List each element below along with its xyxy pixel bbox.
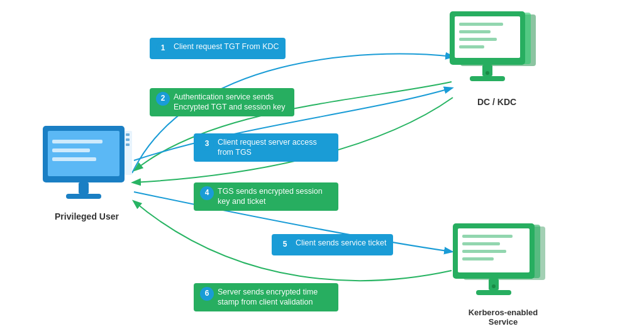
svg-rect-8: [126, 133, 130, 136]
svg-rect-27: [462, 242, 500, 245]
service-monitor-icon: [450, 223, 557, 305]
client-label: Privileged User: [55, 211, 119, 221]
step-4-box: 4 TGS sends encrypted session key and ti…: [194, 182, 338, 211]
svg-rect-10: [126, 143, 130, 146]
kdc-label: DC / KDC: [477, 97, 516, 107]
step-6-badge: 6: [200, 287, 214, 301]
svg-rect-15: [459, 23, 503, 26]
svg-rect-29: [462, 257, 494, 260]
kdc-computer: DC / KDC: [440, 11, 553, 107]
step-5-box: 5 Client sends service ticket: [272, 234, 393, 255]
svg-rect-17: [459, 38, 497, 41]
step-6-box: 6 Server sends encrypted time stamp from…: [194, 283, 338, 311]
step-3-badge: 3: [200, 137, 214, 151]
step-4-badge: 4: [200, 186, 214, 200]
step-5-text: Client sends service ticket: [296, 238, 387, 248]
svg-rect-31: [476, 290, 511, 295]
step-3-text: Client request server access from TGS: [218, 137, 332, 158]
svg-rect-5: [79, 182, 89, 194]
kdc-monitor-icon: [447, 11, 547, 93]
step-2-box: 2 Authentication service sends Encrypted…: [150, 88, 294, 116]
service-computer: Kerberos-enabledService: [440, 223, 566, 327]
svg-rect-3: [52, 148, 90, 152]
step-1-badge: 1: [156, 42, 170, 55]
step-5-badge: 5: [278, 238, 292, 252]
svg-rect-16: [459, 30, 491, 33]
svg-rect-9: [126, 138, 130, 141]
svg-rect-1: [48, 131, 119, 176]
step-1-text: Client request TGT From KDC: [174, 42, 279, 52]
client-computer: Privileged User: [36, 126, 137, 221]
step-4-text: TGS sends encrypted session key and tick…: [218, 186, 332, 207]
service-label: Kerberos-enabledService: [469, 308, 538, 327]
svg-rect-6: [66, 194, 101, 199]
svg-rect-18: [459, 45, 484, 48]
svg-rect-7: [125, 131, 132, 175]
step-3-box: 3 Client request server access from TGS: [194, 133, 338, 162]
svg-rect-26: [462, 235, 513, 238]
svg-rect-20: [470, 76, 505, 81]
step-1-box: 1 Client request TGT From KDC: [150, 38, 286, 59]
step-2-badge: 2: [156, 92, 170, 106]
svg-point-21: [486, 71, 489, 75]
diagram: Privileged User DC / KDC: [0, 0, 644, 336]
svg-rect-4: [52, 157, 96, 161]
svg-rect-2: [52, 140, 103, 143]
svg-point-32: [492, 284, 496, 288]
step-2-text: Authentication service sends Encrypted T…: [174, 92, 288, 113]
svg-rect-14: [455, 16, 520, 58]
client-monitor-icon: [40, 126, 134, 208]
step-6-text: Server sends encrypted time stamp from c…: [218, 287, 332, 308]
svg-rect-28: [462, 250, 506, 253]
